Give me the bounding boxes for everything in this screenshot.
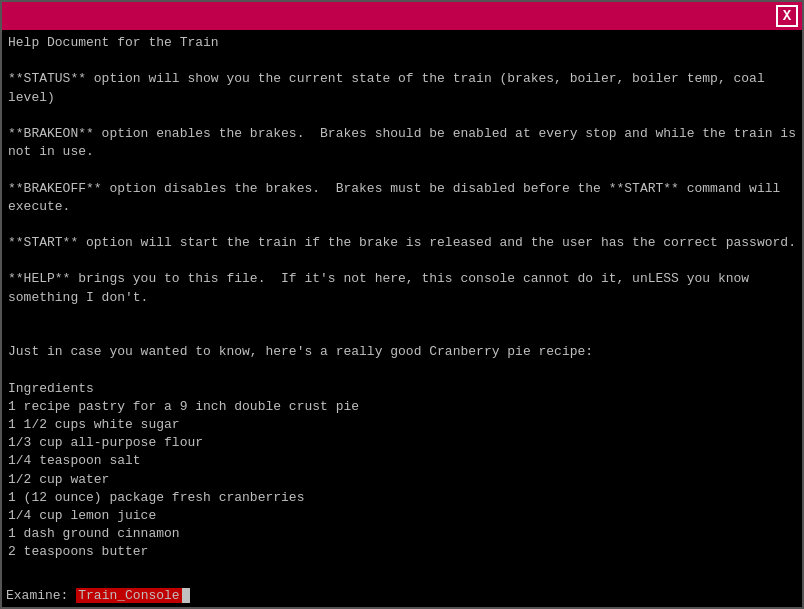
- status-value: Train_Console: [76, 588, 181, 603]
- close-button[interactable]: X: [776, 5, 798, 27]
- title-bar: X: [2, 2, 802, 30]
- cursor: [182, 588, 190, 603]
- status-bar: Examine: Train_Console: [2, 583, 802, 607]
- main-window: X Help Document for the Train **STATUS**…: [0, 0, 804, 609]
- content-area: Help Document for the Train **STATUS** o…: [2, 30, 802, 583]
- status-label: Examine:: [6, 588, 68, 603]
